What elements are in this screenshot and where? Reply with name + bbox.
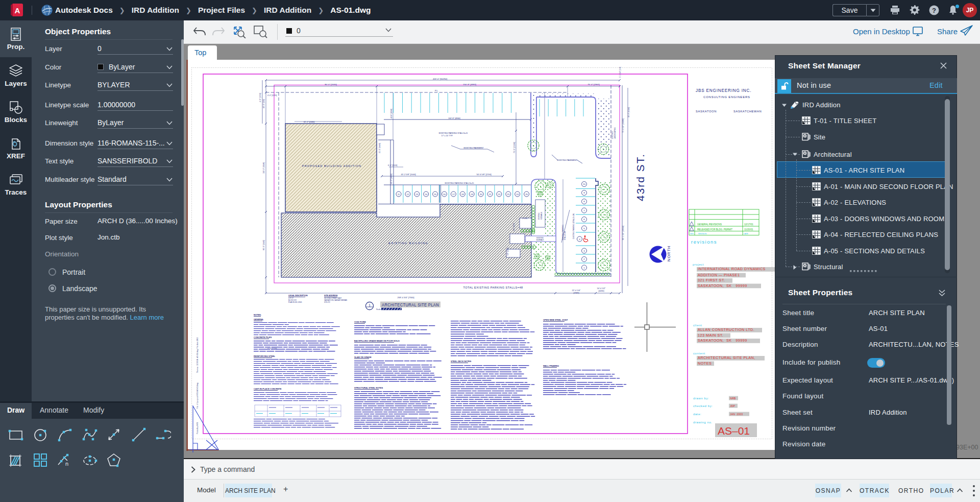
svg-text:SASKATCHEWAN: SASKATCHEWAN — [733, 110, 762, 113]
svg-text:NOTES: NOTES — [698, 361, 712, 366]
svg-text:11: 11 — [398, 193, 400, 196]
svg-text:4'-0" [1219]: 4'-0" [1219] — [507, 248, 509, 255]
svg-text:SLAB ON GRADE: SLAB ON GRADE — [354, 356, 372, 358]
svg-text:EXISTING PAVEMENT: EXISTING PAVEMENT — [463, 147, 484, 149]
svg-text:17' x 20' TYP.: 17' x 20' TYP. — [442, 135, 453, 137]
svg-text:SIDEWALK: SIDEWALK — [536, 239, 544, 241]
svg-text:TOTAL EXISTING PARKING STALLS=: TOTAL EXISTING PARKING STALLS=48 — [463, 286, 523, 289]
svg-text:SITE ADDRESS: SITE ADDRESS — [324, 295, 338, 297]
svg-text:45'-2 5/8" [1044]: 45'-2 5/8" [1044] — [401, 173, 415, 176]
svg-text:6'-0" [1524]: 6'-0" [1524] — [388, 164, 397, 166]
svg-text:Scale: Scale — [376, 308, 381, 310]
svg-text:ADDITION — PHASE1: ADDITION — PHASE1 — [698, 273, 740, 277]
svg-text:SASKATOON, SK 99999: SASKATOON, SK 99999 — [698, 283, 747, 288]
svg-text:11/20/01: 11/20/01 — [744, 228, 753, 231]
svg-text:SIDEWALK: SIDEWALK — [541, 212, 543, 220]
svg-text:AS–01: AS–01 — [718, 425, 750, 437]
svg-text:60'-1 1/2" [18334]: 60'-1 1/2" [18334] — [622, 226, 624, 240]
svg-text:56'-6 5/8" [2194]: 56'-6 5/8" [2194] — [476, 173, 491, 176]
svg-text:JBS ENGINEERING INC.: JBS ENGINEERING INC. — [696, 88, 751, 93]
svg-text:P.L.: P.L. — [435, 89, 438, 92]
svg-text:162'-8" [4960]: 162'-8" [4960] — [448, 117, 460, 119]
svg-text:PLAN 99-SK-12345: PLAN 99-SK-12345 — [288, 301, 302, 303]
svg-text:RELEASED FOR BLDG. PERMIT: RELEASED FOR BLDG. PERMIT — [697, 228, 732, 231]
svg-text:n: n — [65, 461, 68, 467]
svg-text:(4430): (4430) — [598, 290, 604, 292]
svg-text:EXISTING: EXISTING — [538, 212, 540, 220]
svg-text:DATE: DATE — [744, 233, 749, 235]
svg-text:1: 1 — [369, 303, 371, 307]
svg-text:269'-4 3/4" [7340]: 269'-4 3/4" [7340] — [398, 296, 414, 299]
svg-text:70'-0" [21336]: 70'-0" [21336] — [513, 142, 516, 153]
svg-text:41'-0" [1250]: 41'-0" [1250] — [390, 109, 393, 118]
svg-text:13: 13 — [415, 193, 418, 196]
svg-text:EXISTING BUILDING: EXISTING BUILDING — [388, 242, 428, 245]
svg-text:project: project — [693, 263, 704, 266]
svg-text:WALL FRAMING: WALL FRAMING — [543, 365, 559, 367]
svg-text:INTERNATIONAL ROAD DYNAMICS: INTERNATIONAL ROAD DYNAMICS — [698, 267, 766, 271]
svg-text:ALLAN CONSTRUCTION LTD.: ALLAN CONSTRUCTION LTD. — [698, 327, 754, 332]
svg-text:S7K 0T2: S7K 0T2 — [324, 301, 330, 303]
svg-text:45'-0" [4450]: 45'-0" [4450] — [390, 174, 393, 184]
svg-text:12/17/01: 12/17/01 — [744, 223, 753, 226]
svg-text:NORTH: NORTH — [667, 245, 671, 261]
svg-text:23: 23 — [507, 193, 509, 196]
svg-text:12: 12 — [406, 193, 409, 196]
svg-text:22: 22 — [498, 193, 500, 196]
svg-text:5'-1 1/4" [1.6]: 5'-1 1/4" [1.6] — [619, 67, 621, 78]
svg-text:4'-0" [1219]: 4'-0" [1219] — [259, 93, 261, 102]
svg-text:File: X:\\projects\\IRD\\AS-01: File: X:\\projects\\IRD\\AS-01.dwg — [197, 383, 199, 409]
svg-text:NRB: NRB — [730, 397, 736, 400]
svg-text:STALLS=10: STALLS=10 — [564, 231, 566, 240]
svg-text:EXISTING PARKING (STALLS=10): EXISTING PARKING (STALLS=10) — [573, 213, 575, 239]
svg-text:24: 24 — [516, 193, 519, 196]
svg-text:150'-8" [4592]: 150'-8" [4592] — [463, 83, 476, 86]
svg-text:10: 10 — [583, 183, 585, 185]
svg-text:REINFORCING STEEL: REINFORCING STEEL — [254, 355, 276, 357]
svg-text:content: content — [693, 352, 705, 355]
svg-text:321 FIRST ST.: 321 FIRST ST. — [698, 278, 725, 282]
svg-text:SASKATOON: SASKATOON — [696, 110, 717, 113]
svg-text:REV: REV — [690, 233, 694, 235]
svg-text:15: 15 — [434, 193, 436, 196]
svg-text:VOID FORM: VOID FORM — [354, 321, 366, 323]
svg-text:18: 18 — [461, 193, 464, 196]
svg-text:A: A — [15, 6, 20, 15]
svg-text:25: 25 — [525, 193, 528, 196]
svg-text:424'-0" [50250]: 424'-0" [50250] — [433, 78, 447, 80]
svg-text:LANDSCAPING: LANDSCAPING — [614, 127, 616, 139]
svg-text:20: 20 — [480, 193, 482, 196]
svg-text:GENERAL: GENERAL — [254, 318, 264, 321]
svg-text:1'-6 3/4": 1'-6 3/4" — [522, 218, 528, 220]
svg-text:14: 14 — [425, 193, 427, 196]
svg-text:30'-0" [9144]: 30'-0" [9144] — [628, 107, 630, 117]
svg-text:REVISION: REVISION — [698, 233, 707, 235]
svg-text:17: 17 — [452, 193, 455, 196]
svg-text:PROPOSED BUILDING ADDITION: PROPOSED BUILDING ADDITION — [302, 164, 361, 168]
svg-text:revisions: revisions — [691, 239, 717, 245]
svg-text:drawn by:: drawn by: — [693, 397, 709, 400]
svg-text:STEEL DECK NOTES: STEEL DECK NOTES — [451, 360, 471, 363]
svg-text:CONSULTING ENGINEERS: CONSULTING ENGINEERS — [703, 95, 750, 99]
svg-text:21: 21 — [489, 193, 492, 196]
svg-text:checked by:: checked by: — [693, 404, 713, 408]
svg-text:75'-4" [2367]: 75'-4" [2367] — [587, 83, 599, 86]
svg-text:OPEN WEB STEEL JOIST: OPEN WEB STEEL JOIST — [543, 319, 568, 321]
svg-text:drawing no.: drawing no. — [693, 421, 713, 424]
svg-text:40'-0" [500]: 40'-0" [500] — [263, 99, 265, 108]
svg-text:?: ? — [932, 7, 936, 14]
svg-text:STRUCTURAL STEEL NOTES: STRUCTURAL STEEL NOTES — [354, 387, 383, 389]
svg-text:client: client — [693, 324, 702, 327]
svg-text:80'-0" [2440]: 80'-0" [2440] — [263, 240, 265, 250]
svg-text:EXISTING: EXISTING — [611, 131, 614, 139]
svg-text:CONCRETE PILES: CONCRETE PILES — [254, 336, 272, 339]
svg-text:4'-0" [1219]: 4'-0" [1219] — [513, 223, 515, 231]
svg-text:JDP: JDP — [730, 404, 736, 408]
svg-text:100'-0" [3048]: 100'-0" [3048] — [263, 162, 265, 174]
svg-text:LEGAL DESCRIPTION: LEGAL DESCRIPTION — [288, 295, 308, 297]
svg-text:EXISTING PARKING STALLS=15: EXISTING PARKING STALLS=15 — [445, 182, 474, 184]
svg-text:JAN 2003: JAN 2003 — [730, 413, 743, 416]
svg-text:Thomas DESIGN AS-01.dwg Plo: Thomas DESIGN AS-01.dwg Plot date 2003 — [197, 338, 199, 373]
svg-text:31'-0" [9449]: 31'-0" [9449] — [379, 143, 381, 153]
svg-text:EXISTING PARKING STALLS=11: EXISTING PARKING STALLS=11 — [439, 132, 468, 134]
